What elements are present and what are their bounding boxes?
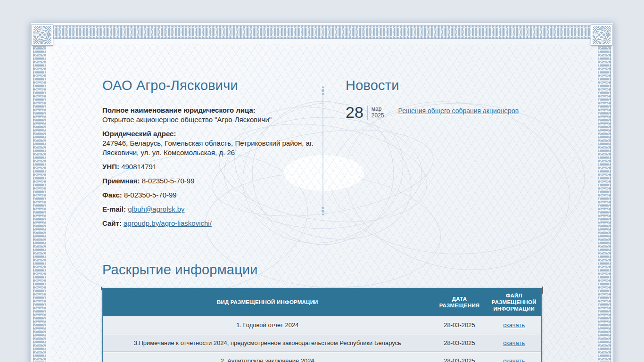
news-date-divider [367, 106, 368, 120]
company-fax: Факс: 8-02350-5-70-99 [102, 190, 319, 200]
company-full-name: Полное наименование юридического лица: О… [102, 106, 319, 124]
corner-rosette-top-right [591, 25, 612, 45]
news-item: 28 мар 2025 Решения общего собрания акци… [346, 105, 542, 120]
company-email: E-mail: glbuh@agrolsk.by [102, 205, 319, 214]
column-header-date: ДАТА РАЗМЕЩЕНИЯ [432, 288, 487, 316]
row-date: 28-03-2025 [432, 352, 487, 362]
email-label: E-mail: [102, 205, 126, 213]
download-link[interactable]: скачать [503, 339, 525, 346]
row-date: 28-03-2025 [432, 334, 487, 352]
address-label: Юридический адрес: [102, 130, 176, 138]
news-month-year: мар 2025 [372, 105, 384, 119]
certificate-frame: ОАО Агро-Лясковичи Полное наименование ю… [30, 23, 614, 362]
news-year: 2025 [372, 112, 384, 119]
site-link[interactable]: agroudp.by/agro-liaskovichi/ [124, 219, 212, 227]
page: { "company": { "title": "ОАО Агро-Лясков… [0, 0, 644, 362]
news-month: мар [372, 106, 382, 112]
company-reception: Приемная: 8-02350-5-70-99 [102, 176, 319, 186]
company-unp: УНП: 490814791 [102, 162, 319, 172]
disclosure-table: ВИД РАЗМЕЩЕННОЙ ИНФОРМАЦИИ ДАТА РАЗМЕЩЕН… [102, 288, 542, 362]
disclosure-table-wrap: ВИД РАЗМЕЩЕННОЙ ИНФОРМАЦИИ ДАТА РАЗМЕЩЕН… [102, 288, 542, 362]
unp-value: 490814791 [121, 163, 157, 171]
page-title: ОАО Агро-Лясковичи [102, 78, 319, 93]
table-row: 3.Примечание к отчетности 2024, предусмо… [103, 334, 542, 352]
border-pattern-right [598, 46, 611, 362]
disclosure-title: Раскрытие информации [102, 262, 542, 278]
table-row: 1. Годовой отчет 2024 28-03-2025 скачать [103, 316, 542, 334]
site-label: Сайт: [102, 219, 122, 227]
unp-label: УНП: [102, 163, 119, 171]
news-date: 28 мар 2025 [346, 105, 384, 120]
row-name: 2. Аудиторское заключение 2024 [103, 352, 432, 362]
corner-rosette-top-left [32, 25, 53, 45]
download-link[interactable]: скачать [503, 357, 525, 362]
reception-label: Приемная: [102, 177, 140, 185]
border-pattern-left [33, 46, 46, 362]
news-title: Новости [346, 78, 542, 93]
address-value: 247946, Беларусь, Гомельская область, Пе… [102, 139, 314, 156]
row-date: 28-03-2025 [432, 316, 487, 334]
company-site: Сайт: agroudp.by/agro-liaskovichi/ [102, 219, 319, 228]
rosette-center-icon [38, 31, 47, 39]
news-section: Новости 28 мар 2025 Решения общего собра… [346, 78, 542, 233]
column-header-name: ВИД РАЗМЕЩЕННОЙ ИНФОРМАЦИИ [103, 288, 432, 316]
email-link[interactable]: glbuh@agrolsk.by [128, 205, 184, 213]
column-header-file: ФАЙЛ РАЗМЕЩЕННОЙ ИНФОРМАЦИИ [487, 288, 542, 316]
news-day: 28 [346, 105, 363, 120]
main-content: ОАО Агро-Лясковичи Полное наименование ю… [102, 23, 542, 362]
full-name-label: Полное наименование юридического лица: [102, 106, 256, 114]
rosette-center-icon [597, 31, 606, 39]
row-name: 1. Годовой отчет 2024 [103, 316, 432, 334]
table-header-row: ВИД РАЗМЕЩЕННОЙ ИНФОРМАЦИИ ДАТА РАЗМЕЩЕН… [103, 288, 542, 316]
company-section: ОАО Агро-Лясковичи Полное наименование ю… [102, 78, 319, 233]
download-link[interactable]: скачать [503, 321, 525, 329]
full-name-value: Открытое акционерное общество "Агро-Ляск… [102, 115, 272, 123]
fax-value: 8-02350-5-70-99 [124, 191, 177, 199]
row-name: 3.Примечание к отчетности 2024, предусмо… [103, 334, 432, 352]
company-address: Юридический адрес: 247946, Беларусь, Гом… [102, 129, 319, 157]
news-link[interactable]: Решения общего собрания акционеров [398, 105, 519, 115]
fax-label: Факс: [102, 191, 122, 199]
table-row: 2. Аудиторское заключение 2024 28-03-202… [103, 352, 542, 362]
company-info: Полное наименование юридического лица: О… [102, 106, 319, 228]
reception-value: 8-02350-5-70-99 [142, 177, 195, 185]
